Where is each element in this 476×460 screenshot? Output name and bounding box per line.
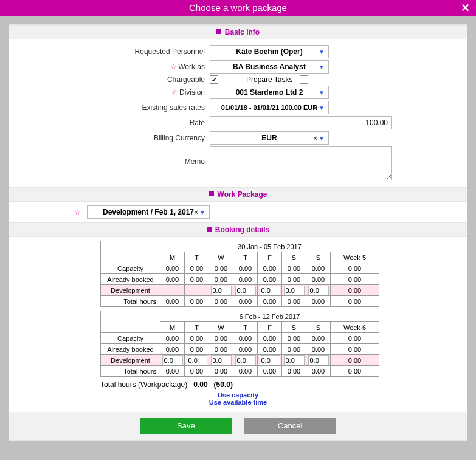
already-booked-cell: 0.00: [160, 274, 185, 285]
day-header: S: [282, 322, 306, 333]
development-cell: [160, 285, 185, 296]
development-input[interactable]: [260, 355, 280, 365]
day-header: T: [185, 252, 209, 263]
requested-personnel-select[interactable]: Kate Boehm (Oper) ▼: [210, 45, 329, 58]
chargeable-checkbox[interactable]: ✔: [210, 75, 218, 84]
required-icon: ☆: [9, 208, 87, 216]
save-button[interactable]: Save: [140, 418, 232, 434]
prepare-tasks-checkbox[interactable]: [300, 75, 308, 84]
total-cell: 0.00: [160, 366, 185, 377]
development-input[interactable]: [284, 355, 305, 365]
use-available-link[interactable]: Use available time: [9, 399, 467, 406]
development-input[interactable]: [162, 355, 183, 365]
total-cell: 0.00: [306, 366, 331, 377]
section-booking-details: Booking details: [9, 222, 467, 237]
label-memo: Memo: [9, 146, 210, 166]
development-cell[interactable]: [185, 355, 209, 366]
already-booked-cell: 0.00: [209, 274, 233, 285]
day-header: W: [209, 252, 233, 263]
close-icon[interactable]: ✕: [461, 0, 470, 16]
square-icon: [209, 191, 214, 196]
billing-currency-select[interactable]: EUR × ▼: [210, 131, 329, 145]
clear-icon[interactable]: ×: [314, 134, 317, 142]
total-cell: 0.00: [233, 296, 258, 307]
development-input[interactable]: [211, 286, 232, 295]
label-work-as: ☆Work as: [9, 63, 210, 71]
development-input[interactable]: [308, 355, 329, 365]
capacity-cell: 0.00: [185, 333, 209, 344]
day-header: T: [233, 252, 258, 263]
chevron-down-icon: ▼: [319, 64, 325, 70]
day-header: S: [306, 322, 331, 333]
development-input[interactable]: [235, 355, 256, 365]
development-cell[interactable]: [258, 285, 282, 296]
day-header: M: [160, 252, 185, 263]
use-capacity-link[interactable]: Use capacity: [9, 391, 467, 399]
work-as-select[interactable]: BA Business Analyst ▼: [210, 60, 329, 74]
development-cell[interactable]: [209, 285, 233, 296]
total-cell: 0.00: [306, 296, 331, 307]
capacity-cell: 0.00: [233, 263, 258, 274]
already-booked-cell: 0.00: [209, 344, 233, 355]
development-cell[interactable]: [282, 355, 306, 366]
total-cell: 0.00: [258, 366, 282, 377]
development-input[interactable]: [235, 286, 256, 295]
section-work-package: Work Package: [9, 187, 467, 202]
square-icon: [216, 29, 221, 34]
capacity-cell: 0.00: [209, 263, 233, 274]
development-cell[interactable]: [282, 285, 306, 296]
development-cell[interactable]: [160, 355, 185, 366]
development-input[interactable]: [260, 286, 280, 295]
total-cell: 0.00: [258, 296, 282, 307]
label-prepare-tasks: Prepare Tasks: [246, 75, 292, 84]
already-booked-cell: 0.00: [185, 274, 209, 285]
already-booked-cell: 0.00: [258, 344, 282, 355]
week-range: 6 Feb - 12 Feb 2017: [160, 311, 379, 322]
development-input[interactable]: [284, 286, 305, 295]
capacity-cell: 0.00: [160, 263, 185, 274]
chevron-down-icon: ▼: [319, 135, 325, 142]
clear-icon[interactable]: ×: [195, 208, 198, 216]
chevron-down-icon: ▼: [319, 49, 325, 55]
titlebar: Choose a work package ✕: [0, 0, 476, 16]
total-cell: 0.00: [331, 366, 379, 377]
rate-input[interactable]: [210, 116, 392, 129]
capacity-cell: 0.00: [282, 333, 306, 344]
capacity-cell: 0.00: [331, 263, 379, 274]
total-cell: 0.00: [209, 296, 233, 307]
title-text: Choose a work package: [189, 2, 287, 13]
label-requested-personnel: Requested Personnel: [9, 47, 210, 56]
development-cell[interactable]: [233, 355, 258, 366]
division-select[interactable]: 001 Stardemo Ltd 2 ▼: [210, 86, 329, 99]
work-package-select[interactable]: Development / Feb 1, 2017 × ▼: [87, 205, 210, 219]
development-cell[interactable]: [209, 355, 233, 366]
day-header: F: [258, 322, 282, 333]
development-label: Development: [101, 355, 160, 366]
already-booked-cell: 0.00: [233, 274, 258, 285]
footer: Save Cancel: [9, 412, 467, 440]
memo-textarea[interactable]: [210, 146, 392, 180]
development-input[interactable]: [211, 355, 232, 365]
development-input[interactable]: [308, 286, 329, 295]
development-cell[interactable]: [258, 355, 282, 366]
total-cell: 0.00: [282, 366, 306, 377]
total-label: Total hours: [101, 366, 160, 377]
already-booked-cell: 0.00: [282, 344, 306, 355]
development-cell[interactable]: [233, 285, 258, 296]
label-billing-currency: Billing Currency: [9, 134, 210, 142]
label-existing-rates: Existing sales rates: [9, 103, 210, 112]
capacity-cell: 0.00: [331, 333, 379, 344]
day-header: M: [160, 322, 185, 333]
already-booked-cell: 0.00: [331, 274, 379, 285]
existing-rates-select[interactable]: 01/01/18 - 01/01/21 100.00 EUR × ▼: [210, 101, 329, 114]
development-cell[interactable]: [306, 285, 331, 296]
development-input[interactable]: [187, 355, 207, 365]
total-cell: 0.00: [160, 296, 185, 307]
already-booked-cell: 0.00: [306, 344, 331, 355]
development-cell[interactable]: [306, 355, 331, 366]
chevron-down-icon: ▼: [199, 209, 205, 216]
clear-icon[interactable]: ×: [314, 104, 317, 111]
already-booked-label: Already booked: [101, 344, 160, 355]
cancel-button[interactable]: Cancel: [244, 418, 336, 434]
total-cell: 0.00: [233, 366, 258, 377]
